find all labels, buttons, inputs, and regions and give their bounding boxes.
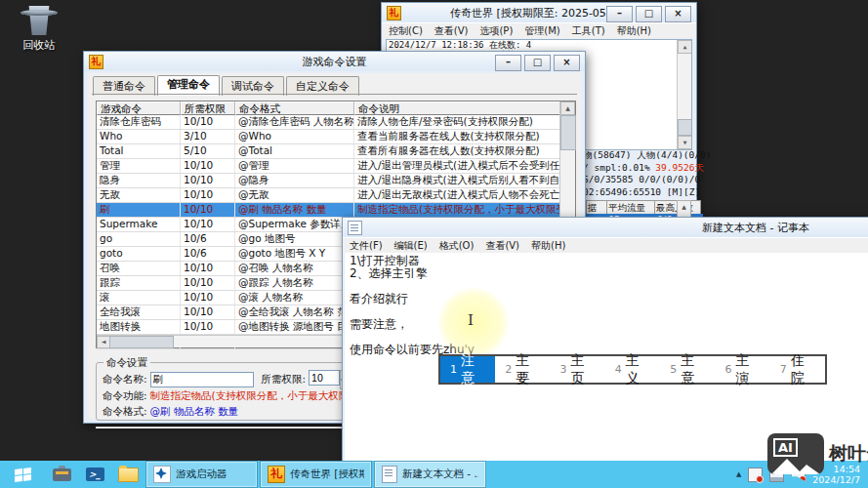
- table-cell: @Who: [235, 130, 354, 143]
- tab-4[interactable]: 自定义命令: [286, 76, 359, 96]
- table-row[interactable]: 隐身10/10@隐身进入/退出隐身模式(进入模式后别人看不到自己)(支持权: [97, 174, 575, 188]
- table-cell: 10/6: [181, 232, 235, 246]
- text-line: 需要注意，: [350, 318, 868, 331]
- launcher-icon: [153, 466, 171, 483]
- table-cell: 3/10: [181, 130, 235, 143]
- server-window-titlebar[interactable]: 传奇世界 [授权期限至: 2025-05-01] 礼 – □ ×: [382, 3, 696, 22]
- ime-candidate[interactable]: 5主意: [660, 356, 715, 383]
- windows-logo-icon: [15, 468, 31, 482]
- file-explorer-button[interactable]: [111, 461, 145, 488]
- menu-item[interactable]: 文件(F): [350, 239, 383, 253]
- menu-item[interactable]: 编辑(E): [394, 239, 428, 253]
- server-menubar: 控制(C)查看(V)选项(P)管理(M)工具(T)帮助(H): [382, 22, 696, 38]
- taskbar-item-notepad[interactable]: 新建文本文档 - ...: [374, 461, 486, 488]
- table-cell: 进入/退出无敌模式(进入模式后人物不会死亡)(支持权限: [354, 188, 560, 202]
- menu-item[interactable]: 查看(V): [485, 239, 519, 253]
- ime-candidate[interactable]: 4主义: [605, 356, 660, 383]
- line-text: 看介绍就行: [350, 292, 408, 305]
- table-cell: 10/10: [181, 218, 235, 231]
- table-cell: Who: [97, 130, 181, 143]
- line-text: 1\打开控制器: [350, 254, 420, 267]
- tab-3[interactable]: 调试命令: [222, 76, 284, 96]
- watermark-logo-icon: AI: [767, 433, 824, 474]
- table-header: 游戏命令所需权限命令格式命令说明: [97, 102, 575, 115]
- menu-item[interactable]: 选项(P): [479, 24, 513, 38]
- scroll-up-icon[interactable]: ▲: [560, 102, 575, 115]
- table-cell: 查看所有服务器在线人数(支持权限分配): [354, 144, 560, 158]
- server-manager-button[interactable]: [45, 461, 78, 488]
- stat-line: 物(58647) 人物(4/4)(0/0): [583, 149, 692, 162]
- scroll-thumb[interactable]: [678, 119, 692, 136]
- menu-item[interactable]: 查看(V): [434, 24, 469, 38]
- stat-line: / smpl:0.01% 39.9526天: [583, 162, 692, 175]
- tray-expand-icon[interactable]: ▲: [736, 470, 741, 478]
- stat-text: S/0/35585 0/0/(0/0)/0: [583, 174, 700, 184]
- table-row[interactable]: 清除仓库密码10/10@清除仓库密码 人物名称清除人物仓库/登录密码(支持权限分…: [97, 115, 575, 130]
- menu-item[interactable]: 管理(M): [524, 24, 559, 38]
- tab-1[interactable]: 普通命令: [93, 76, 155, 96]
- notepad-menubar: 文件(F)编辑(E)格式(O)查看(V)帮助(H): [343, 237, 868, 253]
- table-row[interactable]: 管理10/10@管理进入/退出管理员模式(进入模式后不会受到任何角色攻击: [97, 159, 575, 174]
- close-button[interactable]: ×: [554, 55, 580, 71]
- maximize-button[interactable]: □: [636, 6, 662, 22]
- menu-item[interactable]: 帮助(H): [531, 239, 565, 253]
- candidate-number: 1: [450, 363, 457, 376]
- recycle-bin-icon[interactable]: 回收站: [8, 6, 70, 53]
- log-scrollbar[interactable]: ▲ ▼: [677, 40, 691, 149]
- menu-item[interactable]: 工具(T): [572, 24, 605, 38]
- ime-candidate[interactable]: 3主页: [551, 356, 605, 383]
- stat-days-remaining: 39.9526天: [655, 162, 704, 173]
- notepad-titlebar[interactable]: 新建文本文档 - 记事本: [343, 218, 868, 237]
- scroll-thumb[interactable]: [109, 336, 174, 348]
- dialog-titlebar[interactable]: 游戏命令设置 礼 – □ ×: [84, 52, 585, 71]
- log-line: 2024/12/7 12:18:36 在线数: 4: [387, 40, 691, 50]
- maximize-button[interactable]: □: [524, 55, 551, 71]
- table-cell: 制造指定物品(支持权限分配，小于最大权限受允许、禁: [354, 203, 560, 217]
- table-row[interactable]: 刷10/10@刷 物品名称 数量制造指定物品(支持权限分配，小于最大权限受允许、…: [97, 203, 575, 218]
- legend-app-icon: 礼: [89, 55, 103, 69]
- scroll-up-icon[interactable]: ▲: [678, 40, 692, 54]
- table-row[interactable]: 无敌10/10@无敌进入/退出无敌模式(进入模式后人物不会死亡)(支持权限: [97, 188, 575, 203]
- table-cell: 地图转换: [97, 320, 181, 334]
- table-cell: 清除仓库密码: [97, 115, 181, 129]
- menu-item[interactable]: 格式(O): [439, 239, 475, 253]
- menu-item[interactable]: 帮助(H): [617, 24, 651, 38]
- ime-candidate[interactable]: 2主要: [495, 356, 550, 383]
- ime-candidate[interactable]: 7住院: [770, 356, 825, 383]
- legend-app-icon: 礼: [387, 6, 401, 20]
- table-row[interactable]: Who3/10@Who查看当前服务器在线人数(支持权限分配): [97, 130, 575, 144]
- tab-2[interactable]: 管理命令: [157, 75, 220, 96]
- stat-text: 物(58647) 人物(4/4)(0/0): [583, 149, 711, 160]
- scroll-thumb[interactable]: [560, 115, 576, 150]
- table-cell: 10/10: [181, 320, 235, 334]
- column-header[interactable]: 所需权限: [181, 102, 235, 115]
- server-stats: 物(58647) 人物(4/4)(0/0)/ smpl:0.01% 39.952…: [583, 149, 692, 198]
- action-center-icon[interactable]: [748, 468, 763, 482]
- column-header[interactable]: 游戏命令: [97, 102, 181, 115]
- taskbar-item-launcher[interactable]: 游戏启动器: [145, 461, 258, 488]
- ime-candidate[interactable]: 1注意: [440, 356, 495, 383]
- minitable-header-cell[interactable]: 平均流量: [607, 200, 655, 215]
- command-name-input[interactable]: [150, 372, 254, 387]
- scroll-down-icon[interactable]: ▼: [678, 136, 692, 149]
- stat-text: 02:65496:65510 [M][Z]: [583, 186, 700, 197]
- column-header[interactable]: 命令格式: [235, 102, 354, 115]
- minimize-button[interactable]: –: [606, 6, 633, 22]
- scroll-left-icon[interactable]: ◄: [97, 336, 110, 348]
- minimize-button[interactable]: –: [495, 55, 521, 71]
- permission-input[interactable]: [309, 370, 340, 386]
- command-format-label: 命令格式:: [103, 405, 147, 419]
- powershell-button[interactable]: >_: [78, 461, 111, 488]
- table-row[interactable]: Total5/10@Total查看所有服务器在线人数(支持权限分配): [97, 144, 575, 159]
- minitable-header-cell[interactable]: 据: [586, 200, 607, 215]
- table-cell: @go 地图号: [235, 232, 354, 246]
- taskbar-item-legend[interactable]: 礼 传奇世界 [授权期...: [260, 461, 372, 488]
- menu-item[interactable]: 控制(C): [389, 24, 423, 38]
- table-cell: @管理: [235, 159, 354, 173]
- column-header[interactable]: 命令说明: [354, 102, 560, 115]
- start-button[interactable]: [0, 461, 45, 488]
- table-cell: @隐身: [235, 174, 354, 187]
- close-button[interactable]: ×: [665, 6, 691, 22]
- watermark: AI 树叶云: [767, 433, 868, 474]
- ime-candidate[interactable]: 6主演: [715, 356, 769, 383]
